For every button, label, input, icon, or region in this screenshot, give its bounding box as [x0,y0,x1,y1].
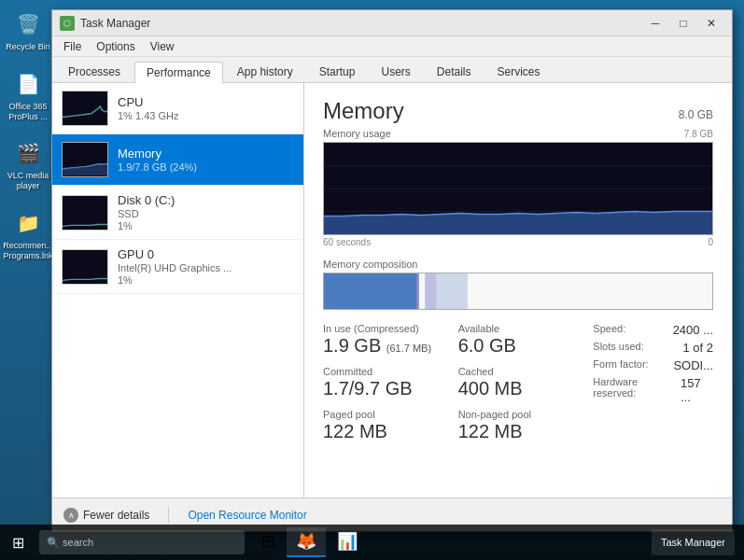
committed-value: 1.7/9.7 GB [323,379,443,398]
menu-options[interactable]: Options [89,38,142,55]
gpu-name: GPU 0 [118,247,294,261]
menu-file[interactable]: File [56,38,89,55]
form-label: Form factor: [593,358,648,371]
taskbar-sys: Task Manager [642,529,744,555]
graph-max-label: 7.8 GB [684,129,713,139]
memory-title: Memory [323,98,404,124]
cpu-info: CPU 1% 1.43 GHz [118,95,294,121]
tabs: Processes Performance App history Startu… [52,57,732,83]
memory-total: 8.0 GB [679,108,713,121]
menu-view[interactable]: View [143,38,182,55]
stats-grid: In use (Compressed) 1.9 GB (61.7 MB) Com… [323,323,713,441]
tab-users[interactable]: Users [369,61,422,82]
tab-details[interactable]: Details [425,61,484,82]
memory-name: Memory [118,147,294,161]
programs-icon: 📁 [13,208,43,238]
memory-thumbnail [62,142,108,177]
memory-info: Memory 1.9/7.8 GB (24%) [118,147,294,173]
memory-composition-section: Memory composition [323,259,713,310]
taskbar-app-grid[interactable]: ⊞ [252,527,285,557]
window-title: Task Manager [80,17,150,30]
composition-bar [323,273,713,310]
composition-label: Memory composition [323,259,713,270]
search-placeholder: 🔍 search [47,537,93,549]
paged-value: 122 MB [323,422,443,441]
taskbar-app-edge[interactable]: 🦊 [287,527,326,557]
in-use-label: In use (Compressed) [323,323,443,334]
nonpaged-stat: Non-paged pool 122 MB [458,409,579,441]
disk-usage: 1% [118,220,294,231]
task-manager-taskbar-label: Task Manager [661,537,725,548]
disk-name: Disk 0 (C:) [118,193,294,207]
available-stat: Available 6.0 GB [458,323,579,355]
memory-graph-svg [324,143,712,234]
main-content: CPU 1% 1.43 GHz Memory 1.9/7.8 GB ( [52,83,732,497]
cached-label: Cached [458,366,579,377]
tab-processes[interactable]: Processes [56,61,133,82]
tab-performance[interactable]: Performance [134,62,223,83]
tab-startup[interactable]: Startup [307,61,368,82]
start-button[interactable]: ⊞ [0,525,35,560]
tab-app-history[interactable]: App history [225,61,305,82]
gpu-thumbnail [62,249,108,285]
desktop-icon-vlc[interactable]: 🎬 VLC media player [5,138,51,191]
gpu-item[interactable]: GPU 0 Intel(R) UHD Graphics ... 1% [52,240,303,294]
taskbar-task-manager[interactable]: Task Manager [652,529,735,555]
memory-graph-section: Memory usage 7.8 GB [323,128,713,247]
stat-group-1: In use (Compressed) 1.9 GB (61.7 MB) Com… [323,323,443,441]
nonpaged-value: 122 MB [458,422,579,441]
cpu-item[interactable]: CPU 1% 1.43 GHz [52,83,303,134]
svg-rect-6 [324,273,417,309]
svg-rect-9 [437,273,468,309]
windows-icon: ⊞ [12,534,24,552]
gpu-type: Intel(R) UHD Graphics ... [118,262,294,273]
title-bar: ⬡ Task Manager ─ □ ✕ [52,10,732,36]
cpu-thumbnail [62,91,108,126]
menu-bar: File Options View [52,36,732,57]
stat-group-3: Speed: 2400 ... Slots used: 1 of 2 Form … [593,323,713,441]
right-panel: Memory 8.0 GB Memory usage 7.8 GB [304,83,732,497]
available-value: 6.0 GB [458,336,579,355]
memory-usage-graph [323,142,713,235]
office-icon: 📄 [13,69,43,99]
fewer-details-icon: ∧ [63,508,78,523]
fewer-details-button[interactable]: ∧ Fewer details [63,508,149,523]
minimize-button[interactable]: ─ [642,14,668,33]
disk-thumbnail [62,195,108,231]
close-button[interactable]: ✕ [698,14,724,33]
desktop-icon-programs[interactable]: 📁 Recommen... Programs.lnk [5,208,51,261]
memory-detail: 1.9/7.8 GB (24%) [118,161,294,173]
title-bar-left: ⬡ Task Manager [60,16,150,31]
taskbar-search[interactable]: 🔍 search [39,530,245,554]
stat-group-2: Available 6.0 GB Cached 400 MB Non-paged… [458,323,579,441]
fewer-details-label: Fewer details [83,509,149,522]
open-resource-monitor-link[interactable]: Open Resource Monitor [188,509,306,522]
divider [168,507,169,524]
desktop-icon-office[interactable]: 📄 Office 365 ProPlus ... [5,69,51,122]
recycle-bin-label: Recycle Bin [3,42,54,52]
svg-rect-8 [425,273,436,309]
tab-services[interactable]: Services [485,61,553,82]
slots-value: 1 of 2 [682,341,713,355]
left-panel: CPU 1% 1.43 GHz Memory 1.9/7.8 GB ( [52,83,304,497]
disk-type: SSD [118,208,294,219]
hardware-label: Hardware reserved: [593,376,681,402]
vlc-label: VLC media player [3,171,54,191]
gpu-info: GPU 0 Intel(R) UHD Graphics ... 1% [118,247,294,286]
speed-label: Speed: [593,323,625,335]
speed-stat: Speed: 2400 ... Slots used: 1 of 2 Form … [593,323,713,404]
office-label: Office 365 ProPlus ... [3,102,54,122]
desktop-icon-recycle[interactable]: 🗑️ Recycle Bin [5,9,51,52]
composition-svg [324,273,712,309]
svg-marker-0 [63,164,107,175]
committed-stat: Committed 1.7/9.7 GB [323,366,443,398]
taskbar-apps: ⊞ 🦊 📊 [248,527,642,557]
disk-item[interactable]: Disk 0 (C:) SSD 1% [52,186,303,240]
speed-value: 2400 ... [673,323,713,337]
maximize-button[interactable]: □ [670,14,696,33]
taskbar-app-chart[interactable]: 📊 [328,527,367,557]
in-use-stat: In use (Compressed) 1.9 GB (61.7 MB) [323,323,443,355]
memory-item[interactable]: Memory 1.9/7.8 GB (24%) [52,134,303,186]
memory-header: Memory 8.0 GB [323,98,713,124]
task-manager-window: ⬡ Task Manager ─ □ ✕ File Options View P… [51,9,733,532]
